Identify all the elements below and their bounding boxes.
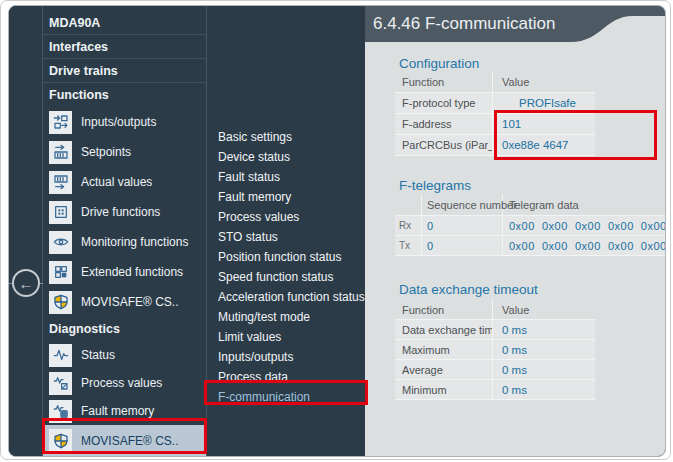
- row-label: Average: [395, 360, 493, 379]
- data-exchange-timeout-table: Function Value Data exchange timeout 0 m…: [395, 300, 595, 400]
- submenu-item-inputs-outputs[interactable]: Inputs/outputs: [207, 347, 365, 367]
- submenu-item-f-communication[interactable]: F-communication: [207, 387, 365, 407]
- back-button[interactable]: ←: [12, 269, 40, 297]
- sidebar-item-label: Fault memory: [81, 404, 154, 418]
- rx-telegram-data: 0x00 0x00 0x00 0x00 0x00 0x00: [503, 216, 665, 235]
- submenu-item-device-status[interactable]: Device status: [207, 147, 365, 167]
- page-title: 6.4.46 F-communication: [373, 6, 555, 42]
- back-arrow-icon: ←: [19, 276, 34, 291]
- sidebar-item-setpoints[interactable]: Setpoints: [43, 137, 206, 167]
- submenu-item-sto-status[interactable]: STO status: [207, 227, 365, 247]
- parcrcbus-value[interactable]: 0xe88e 4647: [493, 135, 595, 155]
- column-header-value: Value: [493, 300, 595, 319]
- sidebar-item-label: Extended functions: [81, 265, 183, 279]
- sidebar-item-label: MOVISAFE® CS..: [81, 434, 179, 448]
- title-band: 6.4.46 F-communication: [365, 6, 665, 42]
- movisafe-shield-icon: [49, 291, 72, 314]
- submenu: Basic settings Device status Fault statu…: [207, 6, 365, 456]
- table-row: F-address 101: [395, 114, 595, 135]
- sidebar-item-label: Actual values: [81, 175, 152, 189]
- table-header-row: Function Value: [395, 72, 595, 93]
- column-header-value: Value: [493, 72, 595, 92]
- data-exchange-timeout-value: 0 ms: [493, 320, 595, 339]
- table-row: Data exchange timeout 0 ms: [395, 320, 595, 340]
- submenu-item-basic-settings[interactable]: Basic settings: [207, 127, 365, 147]
- submenu-item-muting-test-mode[interactable]: Muting/test mode: [207, 307, 365, 327]
- monitoring-functions-icon: [49, 231, 72, 254]
- f-address-value[interactable]: 101: [493, 114, 595, 134]
- f-telegrams-section-header: F-telegrams: [399, 178, 471, 193]
- sidebar-item-label: Setpoints: [81, 145, 131, 159]
- sidebar-item-drive-trains[interactable]: Drive trains: [43, 59, 206, 83]
- table-row: Maximum 0 ms: [395, 340, 595, 360]
- column-header-function: Function: [395, 300, 493, 319]
- submenu-item-position-function-status[interactable]: Position function status: [207, 247, 365, 267]
- submenu-item-acceleration-function-status[interactable]: Acceleration function status: [207, 287, 365, 307]
- tx-telegram-data: 0x00 0x00 0x00 0x00 0x00 0x00: [503, 236, 665, 255]
- content-panel: 6.4.46 F-communication Configuration Fun…: [365, 6, 665, 456]
- submenu-item-fault-memory[interactable]: Fault memory: [207, 187, 365, 207]
- process-values-icon: [49, 372, 72, 395]
- row-label: F-address: [395, 114, 493, 134]
- row-label-rx: Rx: [395, 216, 421, 235]
- f-telegrams-table: Sequence number Telegram data Rx 0 0x00 …: [395, 194, 665, 256]
- sidebar-item-mda90a[interactable]: MDA90A: [43, 11, 206, 35]
- sidebar-item-label: Process values: [81, 376, 162, 390]
- sidebar-item-movisafe-functions[interactable]: MOVISAFE® CS..: [43, 287, 206, 317]
- column-header-blank: [395, 194, 421, 215]
- sidebar-item-actual-values[interactable]: Actual values: [43, 167, 206, 197]
- table-row: Minimum 0 ms: [395, 380, 595, 400]
- inputs-outputs-icon: [49, 111, 72, 134]
- rx-sequence-number: 0: [421, 216, 503, 235]
- submenu-item-speed-function-status[interactable]: Speed function status: [207, 267, 365, 287]
- screenshot-frame: ← MDA90A Interfaces Drive trains Functio…: [0, 0, 671, 460]
- fault-memory-icon: [49, 400, 72, 423]
- sidebar-item-movisafe-diagnostics[interactable]: MOVISAFE® CS..: [43, 425, 206, 456]
- left-rail: ←: [9, 6, 42, 456]
- tx-sequence-number: 0: [421, 236, 503, 255]
- submenu-item-limit-values[interactable]: Limit values: [207, 327, 365, 347]
- table-header-row: Function Value: [395, 300, 595, 320]
- average-value: 0 ms: [493, 360, 595, 379]
- row-label-tx: Tx: [395, 236, 421, 255]
- setpoints-icon: [49, 141, 72, 164]
- row-label: Data exchange timeout: [395, 320, 493, 339]
- row-label: ParCRCBus (iPar_CRC): [395, 135, 493, 155]
- sidebar-item-label: Status: [81, 348, 115, 362]
- sidebar-item-label: Monitoring functions: [81, 235, 188, 249]
- sidebar-item-status[interactable]: Status: [43, 341, 206, 369]
- minimum-value: 0 ms: [493, 380, 595, 399]
- table-row: F-protocol type PROFIsafe: [395, 93, 595, 114]
- sidebar-item-interfaces[interactable]: Interfaces: [43, 35, 206, 59]
- table-row: Average 0 ms: [395, 360, 595, 380]
- sidebar-group-diagnostics: Diagnostics: [43, 317, 206, 341]
- table-header-row: Sequence number Telegram data: [395, 194, 665, 216]
- status-icon: [49, 344, 72, 367]
- maximum-value: 0 ms: [493, 340, 595, 359]
- sidebar-group-functions: Functions: [43, 83, 206, 107]
- table-row: ParCRCBus (iPar_CRC) 0xe88e 4647: [395, 135, 595, 156]
- configuration-table: Function Value F-protocol type PROFIsafe…: [395, 72, 595, 156]
- sidebar-item-inputs-outputs[interactable]: Inputs/outputs: [43, 107, 206, 137]
- sidebar-item-label: Inputs/outputs: [81, 115, 156, 129]
- sidebar-item-extended-functions[interactable]: Extended functions: [43, 257, 206, 287]
- movisafe-shield-icon: [49, 429, 72, 452]
- table-row: Tx 0 0x00 0x00 0x00 0x00 0x00 0x00: [395, 236, 665, 256]
- configuration-section-header: Configuration: [399, 56, 479, 71]
- sidebar-item-drive-functions[interactable]: Drive functions: [43, 197, 206, 227]
- sidebar-item-fault-memory[interactable]: Fault memory: [43, 397, 206, 425]
- f-protocol-type-value[interactable]: PROFIsafe: [493, 93, 595, 113]
- app-window: ← MDA90A Interfaces Drive trains Functio…: [8, 5, 666, 457]
- column-header-sequence-number: Sequence number: [421, 194, 503, 215]
- row-label: Maximum: [395, 340, 493, 359]
- sidebar-item-label: MOVISAFE® CS..: [81, 295, 179, 309]
- actual-values-icon: [49, 171, 72, 194]
- sidebar-item-process-values[interactable]: Process values: [43, 369, 206, 397]
- column-header-function: Function: [395, 72, 493, 92]
- sidebar-item-monitoring-functions[interactable]: Monitoring functions: [43, 227, 206, 257]
- submenu-item-process-data[interactable]: Process data: [207, 367, 365, 387]
- sidebar-item-label: Drive functions: [81, 205, 160, 219]
- submenu-item-process-values[interactable]: Process values: [207, 207, 365, 227]
- row-label: Minimum: [395, 380, 493, 399]
- submenu-item-fault-status[interactable]: Fault status: [207, 167, 365, 187]
